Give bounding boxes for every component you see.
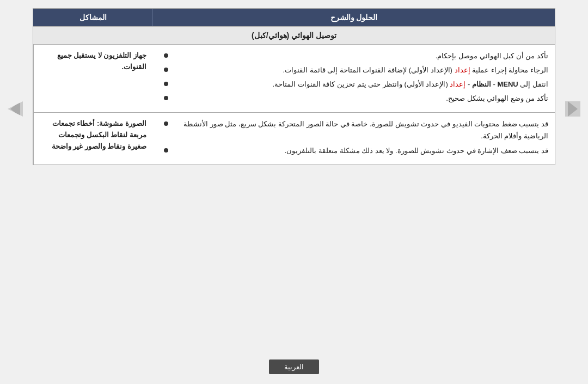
bullet-item: انتقل إلى MENU - النظام - إعداد (الإعداد… (160, 78, 548, 90)
bottom-tab[interactable]: العربية (269, 359, 319, 374)
right-arrow-icon[interactable] (568, 101, 578, 117)
table-row: الصورة مشوشة: أخطاء تجمعات مربعة لنقاط ا… (33, 113, 555, 164)
bullet-dot-icon (164, 121, 168, 126)
system-bold: النظام (472, 80, 491, 88)
bullet-dot-icon (164, 148, 168, 153)
bullet-text: تأكد من أن كبل الهوائي موصل بإحكام. (168, 50, 548, 62)
link-text: إعداد (450, 80, 465, 88)
issue-cell-2: الصورة مشوشة: أخطاء تجمعات مربعة لنقاط ا… (33, 113, 153, 164)
bullet-dot-icon (164, 53, 168, 58)
bullet-text: انتقل إلى MENU - النظام - إعداد (الإعداد… (168, 78, 548, 90)
bullet-text: الرجاء محاولة إجراء عملية إعداد (الإعداد… (168, 64, 548, 76)
bottom-tab-label: العربية (284, 363, 304, 371)
header-issues-label: المشاكل (79, 13, 107, 22)
nav-arrow-right[interactable] (565, 101, 580, 117)
bullet-item: تأكد من أن كبل الهوائي موصل بإحكام. (160, 50, 548, 62)
link-text: إعداد (455, 66, 470, 74)
bullet-item: قد يتسبب ضغط محتويات الفيديو في حدوث تشو… (160, 118, 548, 142)
header-issues: المشاكل (33, 9, 153, 26)
table-row: جهاز التلفزيون لا يستقبل جميع القنوات. ت… (33, 45, 555, 113)
solution-cell-2: قد يتسبب ضغط محتويات الفيديو في حدوث تشو… (153, 113, 555, 164)
bullet-dot-icon (164, 96, 168, 100)
main-table: المشاكل الحلول والشرح توصيل الهوائي (هوا… (33, 8, 555, 165)
menu-bold: MENU (497, 80, 518, 88)
bullet-dot-icon (164, 82, 168, 86)
bullet-dot-icon (164, 68, 168, 72)
issue-1-text: جهاز التلفزيون لا يستقبل جميع القنوات. (57, 51, 146, 71)
bullet-text: قد يتسبب ضعف الإشارة في حدوث تشويش للصور… (168, 145, 548, 157)
bullet-item: تأكد من وضع الهوائي بشكل صحيح. (160, 93, 548, 105)
page-container: المشاكل الحلول والشرح توصيل الهوائي (هوا… (0, 0, 588, 384)
nav-arrow-left[interactable] (8, 101, 23, 117)
issue-2-text: الصورة مشوشة: أخطاء تجمعات مربعة لنقاط ا… (52, 119, 146, 150)
header-solutions: الحلول والشرح (153, 9, 555, 26)
bullet-item: الرجاء محاولة إجراء عملية إعداد (الإعداد… (160, 64, 548, 76)
section-title: توصيل الهوائي (هوائي/كبل) (33, 26, 555, 45)
bullet-text: تأكد من وضع الهوائي بشكل صحيح. (168, 93, 548, 105)
issue-cell-1: جهاز التلفزيون لا يستقبل جميع القنوات. (33, 45, 153, 112)
header-solutions-label: الحلول والشرح (330, 13, 378, 22)
bullet-item: قد يتسبب ضعف الإشارة في حدوث تشويش للصور… (160, 145, 548, 157)
bullet-text: قد يتسبب ضغط محتويات الفيديو في حدوث تشو… (168, 118, 548, 142)
solution-cell-1: تأكد من أن كبل الهوائي موصل بإحكام. الرج… (153, 45, 555, 112)
left-arrow-icon[interactable] (10, 101, 20, 117)
table-header-row: المشاكل الحلول والشرح (33, 9, 555, 26)
section-title-text: توصيل الهوائي (هوائي/كبل) (252, 31, 336, 40)
